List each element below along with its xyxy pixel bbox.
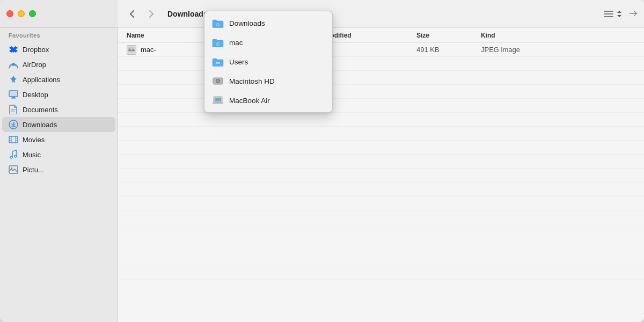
empty-row [118,210,644,224]
desktop-icon [9,90,18,99]
dropdown-item-macintoshhd[interactable]: Macintosh HD [204,71,332,91]
sidebar-item-music[interactable]: Music [2,147,115,162]
empty-row [118,57,644,71]
svg-point-28 [218,62,220,64]
empty-row [118,113,644,127]
dropdown-item-label-mac: mac [229,39,243,47]
file-thumbnail [127,45,136,55]
svg-rect-3 [12,97,15,98]
main-content: Downloads [118,0,644,322]
dropdown-item-label-macintoshhd: Macintosh HD [229,77,275,85]
minimize-button[interactable] [18,10,25,17]
dropdown-item-mac[interactable]: mac [204,33,332,52]
empty-row [118,127,644,141]
dropdown-item-users[interactable]: Users [204,52,332,71]
sidebar-item-desktop[interactable]: Desktop [2,87,115,102]
sidebar-item-pictures[interactable]: Pictu... [2,162,115,177]
dropdown-item-macbookair[interactable]: MacBook Air [204,91,332,110]
airdrop-icon [9,60,18,69]
sidebar-item-label-dropbox: Dropbox [23,46,49,54]
svg-rect-1 [9,91,18,97]
view-options-button[interactable] [603,10,623,18]
col-header-kind[interactable]: Kind [481,32,635,39]
finder-window: Favourites Dropbox AirDrop [0,0,644,322]
empty-row [118,169,644,182]
empty-row [118,141,644,155]
svg-point-27 [216,62,218,64]
breadcrumb-dropdown: Downloads mac [204,11,333,113]
macbook-icon [212,94,224,106]
svg-point-16 [10,156,12,158]
empty-row [118,196,644,210]
col-header-size[interactable]: Size [416,32,481,39]
sidebar-item-label-downloads: Downloads [23,121,57,129]
column-headers: Name Date Modified Size Kind [118,28,644,43]
sidebar-item-label-airdrop: AirDrop [23,61,46,69]
documents-icon [9,105,18,114]
sidebar: Favourites Dropbox AirDrop [0,0,118,322]
hard-drive-icon [212,75,224,87]
dropdown-item-downloads[interactable]: Downloads [204,13,332,33]
empty-row [118,224,644,238]
svg-point-26 [216,42,219,46]
sidebar-item-label-pictures: Pictu... [23,166,44,174]
empty-row [118,238,644,252]
svg-rect-4 [11,98,16,99]
expand-toolbar-button[interactable] [629,9,638,19]
svg-point-17 [14,155,17,157]
dropdown-item-label-users: Users [229,58,248,66]
toolbar: Downloads [118,0,644,28]
empty-row [118,85,644,99]
sidebar-item-label-music: Music [23,151,41,159]
pictures-icon [9,165,18,174]
sidebar-item-applications[interactable]: Applications [2,72,115,87]
dropbox-icon [9,45,18,54]
maximize-button[interactable] [29,10,36,17]
svg-point-31 [217,80,219,82]
empty-row [118,155,644,169]
svg-rect-34 [215,98,221,101]
file-name-text: mac- [141,46,156,54]
close-button[interactable] [6,10,13,17]
sidebar-item-downloads[interactable]: Downloads [2,117,115,132]
toolbar-right [603,9,638,19]
folder-blue-mac-icon [212,36,224,48]
forward-button[interactable] [144,6,159,21]
sidebar-item-airdrop[interactable]: AirDrop [2,57,115,72]
sidebar-item-label-documents: Documents [23,106,58,114]
table-row[interactable]: mac- 491 KB JPEG image [118,43,644,57]
empty-row [118,266,644,280]
downloads-icon [9,120,18,129]
sidebar-item-label-applications: Applications [23,76,60,84]
svg-rect-36 [216,103,219,103]
movies-icon [9,135,18,144]
svg-rect-9 [9,136,18,143]
sidebar-item-label-movies: Movies [23,136,45,144]
file-kind-cell: JPEG image [481,46,635,54]
favourites-label: Favourites [0,32,118,42]
empty-row [118,182,644,196]
dropdown-item-label-downloads: Downloads [229,19,265,27]
file-list: mac- 491 KB JPEG image [118,43,644,322]
folder-blue-icon [212,17,224,29]
svg-point-24 [129,48,130,49]
music-icon [9,150,18,159]
empty-row [118,252,644,266]
file-size-cell: 491 KB [416,46,481,54]
svg-point-32 [221,80,222,82]
back-button[interactable] [125,6,140,21]
sidebar-item-dropbox[interactable]: Dropbox [2,42,115,57]
applications-icon [9,75,18,84]
dropdown-item-label-macbookair: MacBook Air [229,97,270,105]
breadcrumb-label: Downloads [167,10,208,18]
sidebar-item-movies[interactable]: Movies [2,132,115,147]
empty-row [118,71,644,85]
traffic-lights-area [0,0,118,28]
sidebar-item-documents[interactable]: Documents [2,102,115,117]
empty-row [118,99,644,113]
folder-blue-users-icon [212,56,224,68]
sidebar-item-label-desktop: Desktop [23,91,48,99]
